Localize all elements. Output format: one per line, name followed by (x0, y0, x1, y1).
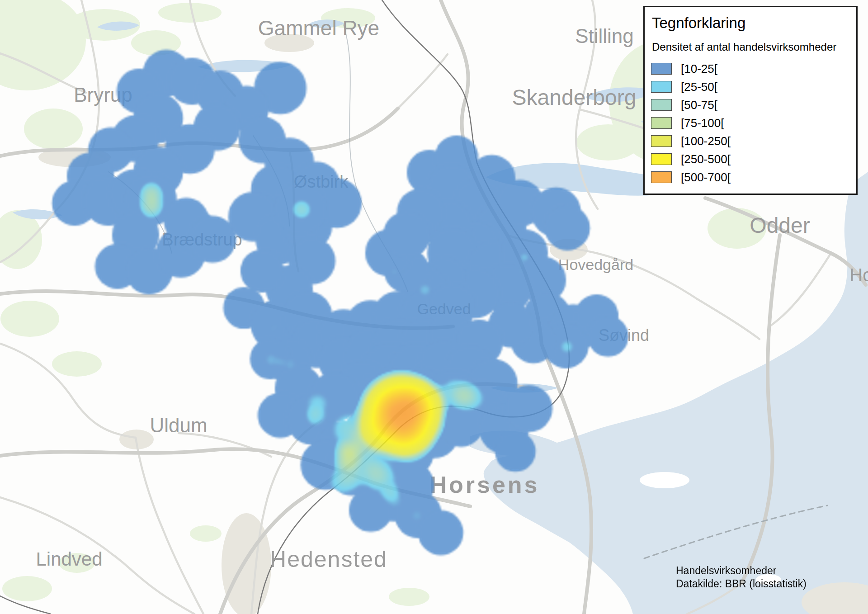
map-viewport[interactable]: Gammel RyeBryrupStillingSkanderborgØstbi… (0, 0, 868, 614)
place-label-hedensted: Hedensted (270, 546, 387, 572)
legend-item-4: [100-250[ (651, 132, 851, 150)
place-label-hou: Hou (849, 265, 868, 285)
legend-swatch (651, 135, 672, 147)
legend-item-2: [50-75[ (651, 96, 851, 114)
place-label-uldum: Uldum (150, 414, 207, 437)
place-label-gammel-rye: Gammel Rye (258, 16, 379, 40)
place-label-ostbirk: Østbirk (294, 172, 348, 192)
place-label-stilling: Stilling (575, 25, 634, 47)
legend-item-1: [25-50[ (651, 78, 851, 96)
legend-item-0: [10-25[ (651, 60, 851, 78)
legend-label: [10-25[ (681, 62, 717, 76)
legend-label: [500-700[ (681, 170, 731, 184)
place-label-braedstrup: Brædstrup (162, 230, 242, 250)
legend-swatch (651, 117, 672, 129)
footnote-layer-name: Handelsvirksomheder (676, 564, 807, 577)
place-label-skanderborg: Skanderborg (512, 85, 637, 110)
legend-item-5: [250-500[ (651, 150, 851, 168)
map-footnote: Handelsvirksomheder Datakilde: BBR (lois… (676, 564, 807, 590)
place-label-gedved: Gedved (417, 300, 471, 318)
legend-swatch (651, 99, 672, 111)
legend-subtitle: Densitet af antal handelsvirksomheder (652, 41, 851, 53)
place-label-sovind: Søvind (599, 326, 649, 345)
place-label-odder: Odder (750, 213, 810, 238)
legend-label: [50-75[ (681, 98, 717, 112)
legend-label: [100-250[ (681, 134, 731, 148)
place-label-lindved: Lindved (36, 548, 102, 570)
legend-panel: Tegnforklaring Densitet af antal handels… (643, 6, 858, 195)
legend-item-3: [75-100[ (651, 114, 851, 132)
legend-title: Tegnforklaring (652, 14, 851, 32)
legend-swatch (651, 81, 672, 93)
legend-swatch (651, 63, 672, 75)
legend-swatch (651, 153, 672, 165)
legend-item-6: [500-700[ (651, 168, 851, 186)
place-label-bryrup: Bryrup (74, 84, 132, 106)
legend-label: [75-100[ (681, 116, 724, 130)
legend-label: [250-500[ (681, 152, 731, 166)
place-label-hovedgard: Hovedgård (558, 256, 633, 274)
legend-swatch (651, 171, 672, 183)
footnote-datasource: Datakilde: BBR (loisstatistik) (676, 577, 807, 590)
legend-items: [10-25[[25-50[[50-75[[75-100[[100-250[[2… (651, 60, 851, 186)
legend-label: [25-50[ (681, 80, 717, 94)
place-label-horsens: Horsens (429, 471, 539, 498)
